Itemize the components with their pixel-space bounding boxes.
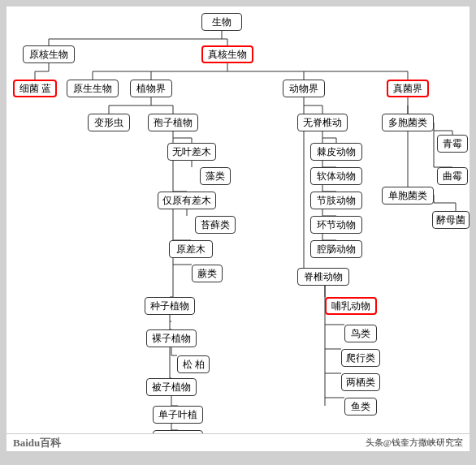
connections-svg xyxy=(6,6,470,451)
node-huanjiedongwu: 环节动物 xyxy=(310,216,362,234)
node-niaolei: 鸟类 xyxy=(344,325,377,342)
node-qingmei: 青霉 xyxy=(437,135,468,153)
node-zhongziziwu: 种子植物 xyxy=(145,297,195,315)
node-qumei: 曲霉 xyxy=(437,167,468,185)
node-xijun: 细菌 蓝 xyxy=(13,80,57,97)
node-liangqilei: 两栖类 xyxy=(341,373,380,391)
node-songbai: 松 柏 xyxy=(177,355,210,373)
node-taijinlei: 苔藓类 xyxy=(195,216,236,234)
bottom-bar: Baidu百科 头条@钱奎方撒峡研究室 xyxy=(6,433,470,451)
node-danziyezhi: 单子叶植 xyxy=(153,406,203,424)
node-jixyuanhch: 仅原有差木 xyxy=(158,192,216,209)
node-zhenhe: 真核生物 xyxy=(201,45,253,63)
node-baoziziwu: 孢子植物 xyxy=(148,114,198,131)
node-dongwujie: 动物界 xyxy=(283,80,325,97)
node-jizhuiddongwu: 脊椎动物 xyxy=(297,268,349,286)
node-zaolei: 藻类 xyxy=(200,167,231,185)
node-yulei: 鱼类 xyxy=(344,398,377,415)
node-qiangchangdongwu: 腔肠动物 xyxy=(310,240,362,258)
node-paxinglei: 爬行类 xyxy=(341,349,380,367)
author-tag: 头条@钱奎方撒峡研究室 xyxy=(366,437,463,449)
node-wujizhuitudong: 无脊椎动 xyxy=(297,114,348,131)
node-bulrudongwu: 哺乳动物 xyxy=(325,297,377,315)
node-cijidongwu: 棘皮动物 xyxy=(310,143,362,161)
diagram-container: 生物 原核生物 真核生物 细菌 蓝 原生生物 植物界 动物界 真菌界 变形虫 孢… xyxy=(6,6,470,451)
node-jijiecdongwu: 节肢动物 xyxy=(310,192,362,209)
node-zhiwujie: 植物界 xyxy=(130,80,172,97)
node-duobaojun: 多胞菌类 xyxy=(382,114,434,131)
node-shengwu: 生物 xyxy=(201,13,242,31)
node-danjunjun: 单胞菌类 xyxy=(382,187,434,205)
node-yuanhe: 原核生物 xyxy=(23,45,75,63)
node-ruandongwu: 软体动物 xyxy=(310,167,362,185)
node-juixinh: 蕨类 xyxy=(192,265,223,282)
node-luoziziwu: 裸子植物 xyxy=(146,329,197,347)
node-yuansheng: 原生生物 xyxy=(67,80,119,97)
baidu-logo: Baidu百科 xyxy=(13,436,61,450)
node-beiiziwu: 被子植物 xyxy=(146,378,197,396)
node-bianxingchong: 变形虫 xyxy=(88,114,130,131)
node-zhenjunjie: 真菌界 xyxy=(387,80,429,97)
node-jiaomu: 酵母菌 xyxy=(432,211,470,229)
node-wuyexinh: 无叶差木 xyxy=(167,143,216,161)
node-yuanxinh: 原差木 xyxy=(169,240,213,258)
